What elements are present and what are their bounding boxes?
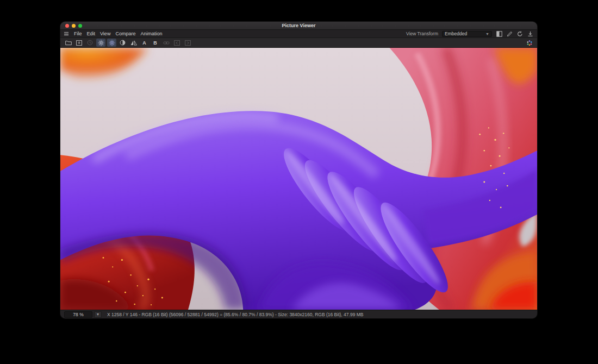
frame-back-icon[interactable] — [172, 39, 182, 47]
traffic-lights — [65, 24, 82, 28]
status-bar: 78 % ▼ X 1258 / Y 146 - RGB (16 Bit) (56… — [60, 310, 537, 318]
menu-animation[interactable]: Animation — [140, 31, 162, 36]
frame-forward-icon[interactable] — [183, 39, 192, 47]
filter-gear-icon[interactable] — [107, 39, 116, 47]
mirror-icon[interactable] — [129, 39, 138, 47]
title-bar[interactable]: Picture Viewer — [60, 22, 537, 30]
render-settings-icon[interactable] — [525, 39, 534, 47]
zoom-dropdown-button[interactable]: ▼ — [94, 311, 102, 318]
reset-view-icon[interactable] — [516, 30, 523, 37]
view-transform-dropdown[interactable]: Embedded ▼ — [442, 31, 492, 37]
hamburger-menu-icon[interactable] — [64, 32, 68, 35]
edit-view-icon[interactable] — [506, 30, 513, 37]
compare-b-button[interactable]: B — [151, 39, 160, 47]
menu-file[interactable]: File — [74, 31, 82, 36]
view-transform-value: Embedded — [445, 31, 467, 36]
zoom-level-field[interactable]: 78 % — [64, 311, 92, 318]
pixel-info-text: X 1258 / Y 146 - RGB (16 Bit) (56096 / 5… — [107, 312, 363, 317]
split-view-icon[interactable] — [496, 30, 502, 37]
zoom-button[interactable] — [78, 24, 82, 28]
menu-compare[interactable]: Compare — [115, 31, 135, 36]
save-image-icon[interactable] — [74, 39, 84, 47]
toolbar: A B — [60, 38, 537, 48]
open-folder-icon[interactable] — [64, 39, 73, 47]
chevron-down-icon: ▼ — [485, 32, 489, 36]
compare-a-button[interactable]: A — [140, 39, 149, 47]
link-icon[interactable] — [161, 39, 171, 47]
menu-view[interactable]: View — [100, 31, 110, 36]
rendered-image — [60, 48, 537, 310]
picture-viewer-window: Picture Viewer File Edit View Compare An… — [60, 22, 537, 318]
view-transform-label: View Transform — [406, 31, 438, 36]
contrast-icon[interactable] — [118, 39, 127, 47]
image-viewport[interactable] — [60, 48, 537, 310]
minimize-button[interactable] — [72, 24, 76, 28]
close-button[interactable] — [65, 24, 69, 28]
history-icon[interactable] — [85, 39, 95, 47]
menu-bar: File Edit View Compare Animation View Tr… — [60, 30, 537, 38]
export-view-icon[interactable] — [527, 30, 533, 37]
menu-edit[interactable]: Edit — [87, 31, 96, 36]
window-title: Picture Viewer — [60, 23, 537, 28]
settings-gear-icon[interactable] — [96, 39, 105, 47]
